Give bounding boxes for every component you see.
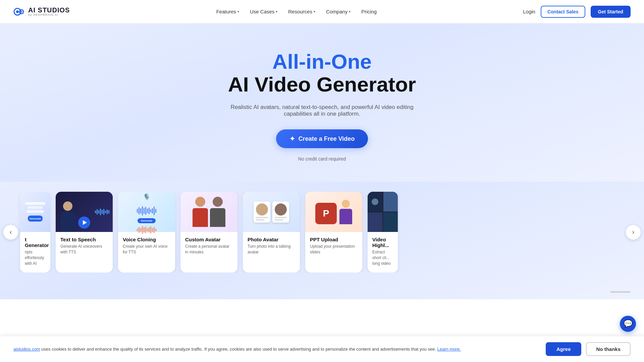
create-icon: ✦ — [289, 135, 295, 143]
nav-pricing-label: Pricing — [361, 9, 377, 14]
right-arrow-icon: › — [632, 229, 634, 236]
nav-company-label: Company — [326, 9, 347, 14]
card-voice-visual: 🎙️ — [118, 192, 175, 232]
card-voice-cloning[interactable]: 🎙️ — [118, 192, 175, 272]
voice-wave: 🎙️ — [133, 192, 160, 237]
nav-features[interactable]: Features ▾ — [216, 9, 239, 14]
card-photo-avatar-visual — [243, 192, 300, 232]
get-started-button[interactable]: Get Started — [591, 6, 631, 18]
cards-wrapper: ‹ Generate t Generator ripts effortlessl… — [0, 192, 644, 272]
nav-features-label: Features — [216, 9, 236, 14]
card-ppt-visual: P — [305, 192, 362, 232]
card-video-highlight-body: Video Highl... Extract short cli... long… — [368, 232, 398, 272]
card-tts-body: Text to Speech Generate AI voiceovers wi… — [56, 232, 113, 261]
video-grid — [368, 192, 398, 232]
hero-section: All-in-One AI Video Generator Realistic … — [0, 23, 644, 182]
logo-icon — [13, 6, 25, 18]
logo-sub-text: by DEEPBRAIN AI — [28, 13, 70, 16]
card-text-gen-visual: Generate — [20, 192, 50, 232]
nav-resources[interactable]: Resources ▾ — [288, 9, 315, 14]
video-cell-3 — [368, 213, 382, 232]
video-cell-2 — [383, 192, 398, 212]
card-custom-avatar[interactable]: Custom Avatar Create a personal avatar i… — [180, 192, 237, 272]
card-video-highlight-desc: Extract short cli... long video — [372, 249, 393, 266]
left-arrow-icon: ‹ — [10, 229, 12, 236]
card-photo-avatar[interactable]: Photo Avatar Turn photo into a talking a… — [243, 192, 300, 272]
hero-subtitle: Realistic AI avatars, natural text-to-sp… — [218, 104, 426, 117]
card-photo-avatar-desc: Turn photo into a talking avatar — [248, 244, 295, 255]
hero-title-black: AI Video Generator — [13, 73, 631, 96]
video-cell-4 — [383, 213, 398, 232]
nav-menu: Features ▾ Use Cases ▾ Resources ▾ Compa… — [216, 9, 377, 14]
features-chevron-icon: ▾ — [237, 10, 239, 13]
card-tts-visual — [56, 192, 113, 232]
card-tts-title: Text to Speech — [60, 237, 108, 242]
card-photo-avatar-title: Photo Avatar — [248, 237, 295, 242]
card-custom-avatar-visual — [180, 192, 237, 232]
nav-use-cases-label: Use Cases — [250, 9, 274, 14]
voice-bars — [137, 206, 156, 216]
card-ppt-upload[interactable]: P PPT Upload Upload your presentation sl… — [305, 192, 362, 272]
logo-text: AI STUDIOS by DEEPBRAIN AI — [28, 7, 70, 16]
card-text-gen-body: t Generator ripts effortlessly with AI — [20, 232, 50, 272]
card-text-to-speech[interactable]: Text to Speech Generate AI voiceovers wi… — [56, 192, 113, 272]
card-voice-title: Voice Cloning — [123, 237, 170, 242]
contact-sales-button[interactable]: Contact Sales — [541, 6, 585, 18]
card-ppt-body: PPT Upload Upload your presentation slid… — [305, 232, 362, 261]
login-button[interactable]: Login — [523, 9, 535, 14]
card-video-highlight[interactable]: Video Highl... Extract short cli... long… — [368, 192, 398, 272]
voice-bars-2 — [137, 226, 156, 234]
card-custom-avatar-desc: Create a personal avatar in minutes — [185, 244, 233, 255]
no-credit-text: No credit card required — [13, 156, 631, 162]
cards-scroll: Generate t Generator ripts effortlessly … — [0, 192, 523, 272]
hero-title-colored: All-in-One — [13, 50, 631, 73]
card-text-gen-title: t Generator — [25, 237, 46, 248]
card-ppt-desc: Upload your presentation slides — [310, 244, 358, 255]
waveform — [95, 207, 109, 217]
video-cell-1 — [368, 192, 382, 212]
card-voice-desc: Create your own AI voice for TTS — [123, 244, 170, 255]
card-custom-avatar-title: Custom Avatar — [185, 237, 233, 242]
nav-resources-label: Resources — [288, 9, 312, 14]
svg-point-3 — [21, 11, 22, 12]
company-chevron-icon: ▾ — [349, 10, 351, 13]
nav-pricing[interactable]: Pricing — [361, 9, 377, 14]
card-video-highlight-visual — [368, 192, 398, 232]
logo-main-text: AI STUDIOS — [28, 7, 70, 13]
navbar-actions: Login Contact Sales Get Started — [523, 6, 631, 18]
carousel-prev-button[interactable]: ‹ — [3, 225, 18, 240]
carousel-next-button[interactable]: › — [626, 225, 641, 240]
mic-icon: 🎙️ — [140, 192, 153, 203]
card-text-generator[interactable]: Generate t Generator ripts effortlessly … — [20, 192, 50, 272]
svg-point-1 — [16, 10, 19, 13]
use-cases-chevron-icon: ▾ — [276, 10, 277, 13]
scrollbar-hint — [610, 291, 631, 293]
card-text-gen-desc: ripts effortlessly with AI — [25, 249, 46, 266]
cards-section: ‹ Generate t Generator ripts effortlessl… — [0, 182, 644, 299]
card-photo-avatar-body: Photo Avatar Turn photo into a talking a… — [243, 232, 300, 261]
card-tts-desc: Generate AI voiceovers with TTS — [60, 244, 108, 255]
card-custom-avatar-body: Custom Avatar Create a personal avatar i… — [180, 232, 237, 261]
nav-use-cases[interactable]: Use Cases ▾ — [250, 9, 277, 14]
create-label: Create a Free Video — [299, 135, 355, 142]
nav-company[interactable]: Company ▾ — [326, 9, 351, 14]
logo[interactable]: AI STUDIOS by DEEPBRAIN AI — [13, 6, 70, 18]
card-ppt-title: PPT Upload — [310, 237, 358, 242]
create-free-video-button[interactable]: ✦ Create a Free Video — [276, 129, 368, 148]
card-video-highlight-title: Video Highl... — [372, 237, 393, 248]
navbar: AI STUDIOS by DEEPBRAIN AI Features ▾ Us… — [0, 0, 644, 23]
resources-chevron-icon: ▾ — [314, 10, 315, 13]
